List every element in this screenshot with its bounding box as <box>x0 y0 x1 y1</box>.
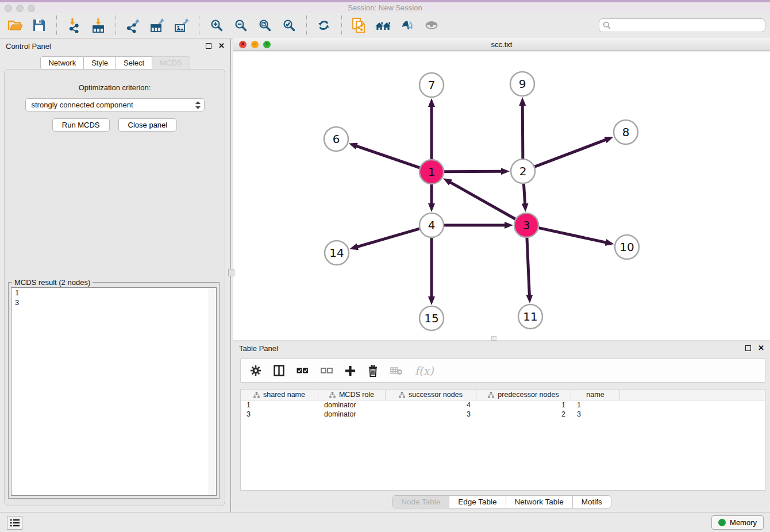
zoom-selected-button[interactable] <box>279 15 299 36</box>
column-header-name[interactable]: name <box>571 390 620 400</box>
graph-node-6[interactable]: 6 <box>324 127 348 151</box>
open-session-button[interactable] <box>5 15 25 36</box>
close-panel-button[interactable]: Close panel <box>118 118 178 132</box>
graph-node-4[interactable]: 4 <box>419 213 444 237</box>
mcds-result-title: MCDS result (2 nodes) <box>12 278 93 287</box>
cell-shared-name[interactable]: 3 <box>241 410 318 419</box>
tab-style[interactable]: Style <box>84 56 116 70</box>
cell-name[interactable]: 3 <box>571 410 620 419</box>
graph-edge-1-6[interactable] <box>356 146 419 168</box>
cell-name[interactable]: 1 <box>571 400 620 410</box>
window-minimize-button[interactable] <box>16 5 24 12</box>
graph-node-label: 8 <box>622 125 630 139</box>
graph-node-2[interactable]: 2 <box>511 159 535 183</box>
preview-eye-button[interactable] <box>421 15 442 36</box>
tab-network-table[interactable]: Network Table <box>506 496 572 508</box>
graph-node-8[interactable]: 8 <box>614 120 638 144</box>
tab-select[interactable]: Select <box>116 56 152 70</box>
export-table-button[interactable] <box>147 15 168 36</box>
unselect-all-button[interactable] <box>321 365 333 376</box>
network-canvas[interactable]: 7968124314101511 <box>233 52 770 340</box>
control-panel-header: Control Panel ✕ <box>0 39 230 53</box>
canvas-resize-handle[interactable] <box>491 336 496 341</box>
fx-icon: f(x) <box>415 364 434 377</box>
result-scrollbar[interactable] <box>209 288 216 495</box>
export-network-button[interactable] <box>123 15 144 36</box>
column-header-successor-nodes[interactable]: successor nodes <box>386 390 476 400</box>
tab-motifs[interactable]: Motifs <box>572 496 611 508</box>
delete-column-button[interactable] <box>368 365 378 377</box>
window-zoom-button[interactable] <box>28 5 35 12</box>
graph-node-3[interactable]: 3 <box>514 213 538 237</box>
graph-edge-2-9[interactable] <box>522 105 523 159</box>
export-image-button[interactable] <box>171 15 192 36</box>
function-builder-button[interactable]: f(x) <box>415 364 434 377</box>
graph-node-7[interactable]: 7 <box>419 73 444 97</box>
zoom-in-button[interactable] <box>206 15 227 36</box>
close-table-panel-icon[interactable]: ✕ <box>758 345 764 351</box>
graph-node-1[interactable]: 1 <box>419 160 444 184</box>
add-column-button[interactable] <box>345 365 356 376</box>
table-row[interactable]: 3 dominator 3 2 3 <box>241 410 765 419</box>
graph-node-9[interactable]: 9 <box>510 72 534 96</box>
column-header-shared-name[interactable]: shared name <box>241 390 318 400</box>
search-input[interactable] <box>613 21 761 30</box>
share-network-document-button[interactable] <box>349 15 369 36</box>
cell-mcds-role[interactable]: dominator <box>318 410 386 419</box>
close-panel-icon[interactable]: ✕ <box>218 43 225 49</box>
graph-edge-3-1[interactable] <box>450 182 515 219</box>
float-table-panel-icon[interactable] <box>745 345 751 351</box>
graph-node-15[interactable]: 15 <box>419 306 444 330</box>
window-close-button[interactable] <box>5 5 12 12</box>
network-minimize-button[interactable]: − <box>251 41 259 48</box>
graph-node-10[interactable]: 10 <box>615 235 639 259</box>
zoom-out-button[interactable] <box>230 15 251 36</box>
tree-icon <box>399 392 405 398</box>
search-field[interactable] <box>599 18 765 32</box>
network-close-button[interactable]: ✕ <box>239 41 247 48</box>
memory-button[interactable]: Memory <box>711 515 764 530</box>
cell-predecessor-nodes[interactable]: 1 <box>476 400 571 410</box>
document-share-icon <box>352 17 367 33</box>
panel-splitter-handle[interactable] <box>228 269 234 276</box>
table-row[interactable]: 1 dominator 4 1 1 <box>241 400 765 410</box>
zoom-fit-button[interactable] <box>255 15 275 36</box>
table-settings-button[interactable] <box>250 365 261 376</box>
column-header-predecessor-nodes[interactable]: predecessor nodes <box>476 390 571 400</box>
delete-table-button[interactable] <box>390 366 403 375</box>
optimization-criterion-select[interactable]: strongly connected component <box>25 98 205 111</box>
graph-node-14[interactable]: 14 <box>325 241 349 265</box>
import-network-button[interactable] <box>64 15 84 36</box>
selected-criterion: strongly connected component <box>32 101 195 109</box>
column-header-mcds-role[interactable]: MCDS role <box>318 390 386 400</box>
run-mcds-button[interactable]: Run MCDS <box>52 118 110 132</box>
refresh-layout-button[interactable] <box>314 15 334 36</box>
graph-edge-1-2[interactable] <box>444 171 502 172</box>
tab-mcds[interactable]: MCDS <box>152 56 190 70</box>
cell-successor-nodes[interactable]: 4 <box>386 400 476 410</box>
cell-successor-nodes[interactable]: 3 <box>386 410 476 419</box>
graph-edge-4-14[interactable] <box>357 229 419 247</box>
tab-edge-table[interactable]: Edge Table <box>449 496 505 508</box>
float-panel-icon[interactable] <box>206 43 211 49</box>
select-all-button[interactable] <box>297 365 309 376</box>
import-table-button[interactable] <box>88 15 109 36</box>
tab-network[interactable]: Network <box>40 56 84 70</box>
cell-shared-name[interactable]: 1 <box>241 400 318 410</box>
graph-node-11[interactable]: 11 <box>518 304 542 329</box>
cell-mcds-role[interactable]: dominator <box>318 400 386 410</box>
graph-edge-2-8[interactable] <box>535 140 606 167</box>
tab-node-table[interactable]: Node Table <box>392 496 449 508</box>
network-maximize-button[interactable]: + <box>263 41 271 48</box>
toggle-visibility-button[interactable] <box>397 15 418 36</box>
graph-edge-2-3[interactable] <box>523 184 525 204</box>
cell-predecessor-nodes[interactable]: 2 <box>476 410 571 419</box>
graph-edge-3-11[interactable] <box>527 238 529 295</box>
task-history-button[interactable] <box>7 516 22 530</box>
split-panel-button[interactable] <box>274 365 284 376</box>
save-session-button[interactable] <box>29 15 49 36</box>
home-button[interactable] <box>373 15 394 36</box>
graph-edge-3-10[interactable] <box>538 228 606 242</box>
mcds-result-area[interactable]: 1 3 <box>11 287 217 496</box>
toolbar-separator <box>199 16 199 35</box>
